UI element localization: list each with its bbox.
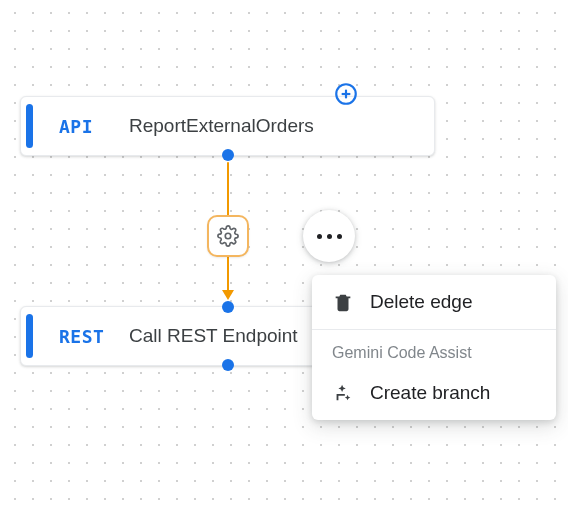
svg-point-3 [225, 233, 231, 239]
trash-icon [332, 291, 354, 313]
menu-item-delete-edge[interactable]: Delete edge [312, 275, 556, 329]
edge-arrowhead [222, 290, 234, 300]
edge-more-button[interactable] [303, 210, 355, 262]
menu-section-label: Gemini Code Assist [312, 330, 556, 366]
node-accent [26, 314, 33, 358]
edge-context-menu: Delete edge Gemini Code Assist Create br… [312, 275, 556, 420]
node-accent [26, 104, 33, 148]
more-horiz-icon [317, 234, 322, 239]
menu-item-create-branch[interactable]: Create branch [312, 366, 556, 420]
node-title: ReportExternalOrders [129, 115, 314, 137]
plus-circle-icon [333, 81, 359, 107]
edge-config-button[interactable] [207, 215, 249, 257]
menu-item-label: Delete edge [370, 291, 472, 313]
node-tag: REST [59, 326, 115, 347]
node-api-trigger[interactable]: API ReportExternalOrders [20, 96, 435, 156]
add-node-button[interactable] [332, 80, 360, 108]
flow-canvas[interactable]: API ReportExternalOrders REST Call REST … [0, 0, 568, 508]
port-out[interactable] [222, 359, 234, 371]
node-title: Call REST Endpoint [129, 325, 298, 347]
sparkle-branch-icon [332, 382, 354, 404]
node-tag: API [59, 116, 115, 137]
port-in[interactable] [222, 301, 234, 313]
gear-icon [217, 225, 239, 247]
port-out[interactable] [222, 149, 234, 161]
menu-item-label: Create branch [370, 382, 490, 404]
